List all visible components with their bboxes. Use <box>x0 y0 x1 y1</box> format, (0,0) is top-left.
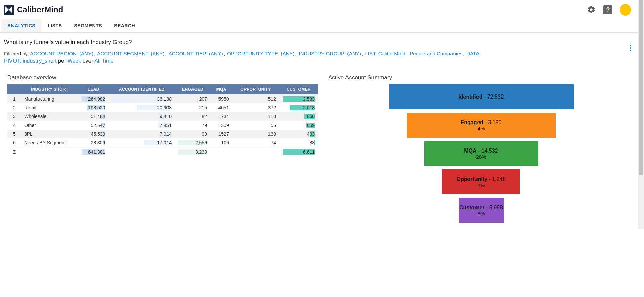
filter-industry-group[interactable]: INDUSTRY GROUP: (ANY) <box>299 51 361 56</box>
row-acct: 36,138 <box>108 94 175 103</box>
database-overview-panel: Database overview INDUSTRY SHORT LEAD AC… <box>7 74 318 156</box>
row-cust: 88 <box>279 138 318 147</box>
funnel-step-mqa[interactable]: MQA - 14,532 20% <box>424 141 538 166</box>
th-industry[interactable]: INDUSTRY SHORT <box>21 84 78 94</box>
overview-table: INDUSTRY SHORT LEAD ACCOUNT IDENTIFIED E… <box>7 84 318 156</box>
row-eng: 2,556 <box>175 138 210 147</box>
row-mqa: 4051 <box>210 103 232 112</box>
th-engaged[interactable]: ENGAGED <box>175 84 210 94</box>
user-avatar[interactable] <box>620 4 631 16</box>
funnel-step-customer[interactable]: Customer - 5,998 8% <box>459 198 504 223</box>
total-symbol: Σ <box>7 147 21 157</box>
tab-search[interactable]: SEARCH <box>108 19 141 32</box>
brand[interactable]: CaliberMind <box>4 5 63 15</box>
row-index: 2 <box>7 103 21 112</box>
filter-opportunity-type[interactable]: OPPORTUNITY TYPE: (ANY) <box>227 51 294 56</box>
th-opp[interactable]: OPPORTUNITY <box>232 84 279 94</box>
row-acct: 7,014 <box>108 130 175 138</box>
funnel-title: Active Account Summary <box>328 74 634 81</box>
scrollbar[interactable] <box>638 0 644 230</box>
row-lead: 52,547 <box>78 121 108 130</box>
kebab-icon <box>630 45 631 46</box>
app-header: CaliberMind ? <box>0 0 638 19</box>
row-eng: 215 <box>175 103 210 112</box>
row-mqa: 5950 <box>210 94 232 103</box>
table-row[interactable]: 4Other52,5477,85179130955659 <box>7 121 318 130</box>
brand-logo-icon <box>4 5 14 15</box>
per-value[interactable]: Week <box>68 58 81 64</box>
filter-account-tier[interactable]: ACCOUNT TIER: (ANY) <box>169 51 223 56</box>
pivot-link[interactable]: PIVOT: industry_short <box>4 58 57 64</box>
row-mqa: 106 <box>210 138 232 147</box>
row-cust: 860 <box>279 112 318 121</box>
total-eng: 3,238 <box>175 147 210 157</box>
table-title: Database overview <box>7 74 318 81</box>
main-tabs: ANALYTICS LISTS SEGMENTS SEARCH <box>0 19 638 33</box>
table-row[interactable]: 2Retail198,52020,90821540513722,018 <box>7 103 318 112</box>
scrollbar-thumb[interactable] <box>639 0 643 176</box>
row-opp: 110 <box>232 112 279 121</box>
row-lead: 198,520 <box>78 103 108 112</box>
row-opp: 130 <box>232 130 279 138</box>
total-lead: 641,381 <box>78 147 108 157</box>
th-cust[interactable]: CUSTOMER <box>279 84 318 94</box>
row-opp: 74 <box>232 138 279 147</box>
row-index: 6 <box>7 138 21 147</box>
th-lead[interactable]: LEAD <box>78 84 108 94</box>
filter-data[interactable]: DATA <box>466 51 479 56</box>
row-name: 3PL <box>21 130 78 138</box>
row-acct: 9,410 <box>108 112 175 121</box>
funnel-panel: Active Account Summary Identified - 72,8… <box>328 74 634 223</box>
help-icon: ? <box>606 6 610 14</box>
funnel-step-engaged[interactable]: Engaged - 3,190 4% <box>407 113 556 138</box>
filtered-by-label: Filtered by: <box>4 51 29 56</box>
more-menu-button[interactable] <box>630 45 631 51</box>
gear-icon <box>587 5 596 14</box>
row-index: 4 <box>7 121 21 130</box>
row-mqa: 1527 <box>210 130 232 138</box>
row-name: Needs BY Segment <box>21 138 78 147</box>
row-eng: 99 <box>175 130 210 138</box>
table-row[interactable]: 3Wholesale51,4849,410821734110860 <box>7 112 318 121</box>
row-mqa: 1734 <box>210 112 232 121</box>
row-name: Retail <box>21 103 78 112</box>
row-name: Manufacturing <box>21 94 78 103</box>
row-cust: 2,583 <box>279 94 318 103</box>
over-value[interactable]: All Time <box>94 58 113 64</box>
funnel-step-identified[interactable]: Identified - 72,832 <box>389 84 574 109</box>
th-mqa[interactable]: MQA <box>210 84 232 94</box>
table-row[interactable]: 6Needs BY Segment28,30917,0142,556106748… <box>7 138 318 147</box>
row-mqa: 1309 <box>210 121 232 130</box>
filters-row: Filtered by: ACCOUNT REGION: (ANY), ACCO… <box>4 49 634 58</box>
help-button[interactable]: ? <box>603 5 612 14</box>
table-row[interactable]: 53PL45,5397,014991527130403 <box>7 130 318 138</box>
brand-name: CaliberMind <box>17 5 63 15</box>
table-header-row: INDUSTRY SHORT LEAD ACCOUNT IDENTIFIED E… <box>7 84 318 94</box>
table-row[interactable]: 1Manufacturing264,98236,13820759505122,5… <box>7 94 318 103</box>
tab-analytics[interactable]: ANALYTICS <box>1 19 42 32</box>
th-acct[interactable]: ACCOUNT IDENTIFIED <box>108 84 175 94</box>
row-name: Other <box>21 121 78 130</box>
tab-segments[interactable]: SEGMENTS <box>68 19 108 32</box>
pivot-row: PIVOT: industry_short per Week over All … <box>4 58 634 64</box>
row-index: 5 <box>7 130 21 138</box>
row-index: 3 <box>7 112 21 121</box>
question-text: What is my funnel's value in each Indust… <box>4 39 634 46</box>
row-cust: 2,018 <box>279 103 318 112</box>
row-eng: 79 <box>175 121 210 130</box>
tab-lists[interactable]: LISTS <box>42 19 68 32</box>
query-area: What is my funnel's value in each Indust… <box>0 33 638 65</box>
filter-account-region[interactable]: ACCOUNT REGION: (ANY) <box>30 51 93 56</box>
row-lead: 28,309 <box>78 138 108 147</box>
row-cust: 659 <box>279 121 318 130</box>
settings-button[interactable] <box>587 5 596 15</box>
table-total-row: Σ641,3813,2386,611 <box>7 147 318 157</box>
filter-list[interactable]: LIST: CaliberMind - People and Companies <box>365 51 462 56</box>
row-name: Wholesale <box>21 112 78 121</box>
over-label: over <box>83 58 93 64</box>
filter-account-segment[interactable]: ACCOUNT SEGMENT: (ANY) <box>97 51 164 56</box>
row-acct: 20,908 <box>108 103 175 112</box>
row-eng: 207 <box>175 94 210 103</box>
funnel-chart: Identified - 72,832 Engaged - 3,190 4% M… <box>328 84 634 223</box>
funnel-step-opportunity[interactable]: Opportunity - 1,248 2% <box>442 169 520 194</box>
